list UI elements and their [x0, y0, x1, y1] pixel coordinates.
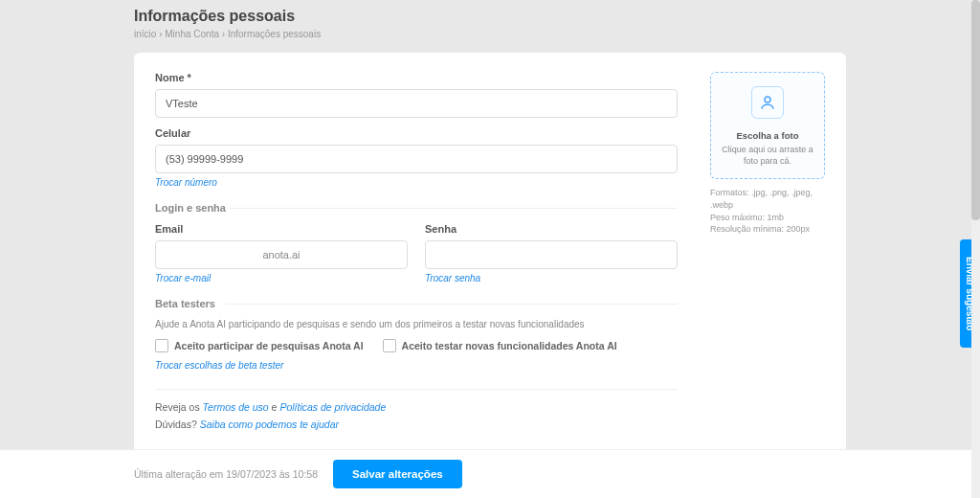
change-senha-link[interactable]: Trocar senha — [425, 273, 480, 283]
breadcrumb-sep: › — [159, 29, 162, 39]
breadcrumb-account[interactable]: Minha Conta — [165, 29, 219, 39]
breadcrumb-current: Informações pessoais — [228, 29, 321, 39]
person-icon — [751, 86, 784, 119]
last-change-text: Última alteração em 19/07/2023 às 10:58 — [134, 468, 318, 480]
checkbox-pesquisas-label: Aceito participar de pesquisas Anota AI — [174, 340, 364, 351]
scrollbar[interactable] — [971, 0, 980, 498]
email-label: Email — [155, 223, 408, 235]
change-number-link[interactable]: Trocar número — [155, 177, 217, 188]
help-link[interactable]: Saiba como podemos te ajudar — [200, 419, 339, 430]
senha-input[interactable] — [425, 240, 678, 269]
celular-input[interactable] — [155, 145, 678, 173]
review-line: Reveja os Termos de uso e Políticas de p… — [155, 401, 678, 413]
page-title: Informações pessoais — [134, 8, 846, 25]
beta-helper: Ajude a Anota AI participando de pesquis… — [155, 319, 678, 329]
breadcrumb: início › Minha Conta › Informações pesso… — [134, 29, 846, 39]
email-input[interactable] — [155, 240, 408, 269]
beta-legend: Beta testers — [155, 298, 678, 309]
checkbox-funcionalidades[interactable] — [383, 339, 396, 352]
privacy-link[interactable]: Políticas de privacidade — [279, 401, 386, 413]
photo-upload-box[interactable]: Escolha a foto Clique aqui ou arraste a … — [710, 72, 825, 179]
breadcrumb-sep: › — [222, 29, 225, 39]
checkbox-pesquisas[interactable] — [155, 339, 168, 352]
change-beta-link[interactable]: Trocar escolhas de beta tester — [155, 360, 283, 371]
divider — [155, 389, 678, 390]
login-legend: Login e senha — [155, 202, 678, 214]
scrollbar-thumb[interactable] — [971, 0, 980, 220]
terms-link[interactable]: Termos de uso — [203, 401, 269, 413]
name-input[interactable] — [155, 89, 678, 118]
upload-hints: Formatos: .jpg, .png, .jpeg, .webp Peso … — [710, 187, 825, 235]
footer-bar: Última alteração em 19/07/2023 às 10:58 … — [0, 449, 980, 498]
upload-title: Escolha a foto — [719, 130, 816, 141]
content-card: Nome * Celular Trocar número Login e sen… — [134, 53, 846, 455]
breadcrumb-root[interactable]: início — [134, 29, 156, 39]
save-button[interactable]: Salvar alterações — [333, 460, 462, 488]
help-line: Dúvidas? Saiba como podemos te ajudar — [155, 419, 678, 430]
svg-point-0 — [765, 97, 770, 102]
name-label: Nome * — [155, 72, 678, 83]
senha-label: Senha — [425, 223, 678, 235]
change-email-link[interactable]: Trocar e-mail — [155, 273, 211, 283]
checkbox-funcionalidades-label: Aceito testar novas funcionalidades Anot… — [402, 340, 617, 351]
celular-label: Celular — [155, 127, 678, 139]
upload-subtitle: Clique aqui ou arraste a foto para cá. — [719, 145, 816, 167]
